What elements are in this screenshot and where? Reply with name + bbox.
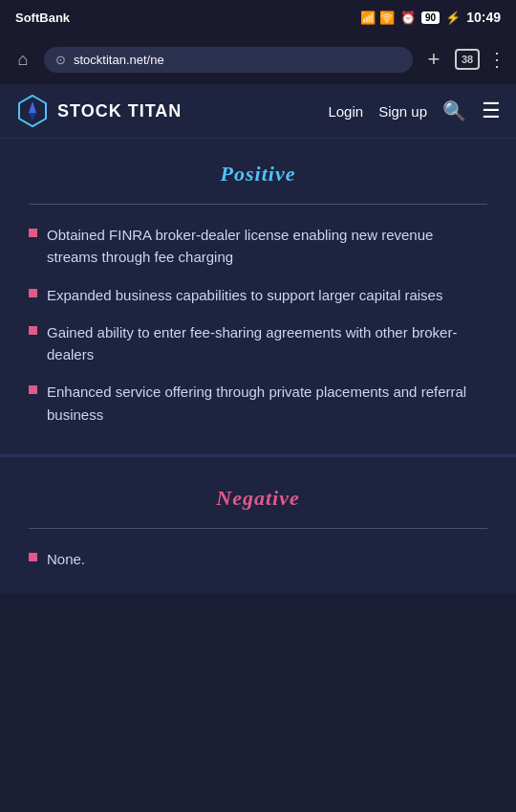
url-text: stocktitan.net/ne: [74, 53, 164, 67]
item-text: Gained ability to enter fee-sharing agre…: [47, 321, 487, 366]
positive-divider: [29, 204, 487, 205]
browser-bar: ⌂ ⊙ stocktitan.net/ne + 38 ⋮: [0, 34, 516, 84]
wifi-icon: 🛜: [379, 11, 395, 25]
list-item: Enhanced service offering through privat…: [29, 381, 487, 426]
signal-icon: 📶: [360, 11, 376, 25]
url-security-icon: ⊙: [55, 53, 66, 67]
site-header: STOCK TITAN Login Sign up 🔍 ☰: [0, 84, 516, 139]
carrier-label: SoftBank: [15, 11, 70, 25]
logo[interactable]: STOCK TITAN: [15, 94, 182, 128]
charging-icon: ⚡: [445, 11, 461, 25]
item-text: Enhanced service offering through privat…: [47, 381, 487, 426]
logo-text: STOCK TITAN: [57, 101, 182, 121]
url-bar[interactable]: ⊙ stocktitan.net/ne: [44, 47, 413, 73]
svg-marker-2: [29, 113, 36, 121]
svg-marker-1: [29, 101, 36, 113]
main-content: Positive Obtained FINRA broker-dealer li…: [0, 139, 516, 593]
item-text: None.: [47, 548, 85, 570]
positive-title: Positive: [29, 162, 487, 187]
list-item: Gained ability to enter fee-sharing agre…: [29, 321, 487, 366]
alarm-icon: ⏰: [400, 11, 416, 25]
bullet-icon: [29, 553, 37, 561]
list-item: Expanded business capabilities to suppor…: [29, 284, 487, 306]
list-item: Obtained FINRA broker-dealer license ena…: [29, 224, 487, 269]
browser-actions: + 38 ⋮: [420, 47, 506, 72]
bullet-icon: [29, 229, 37, 237]
status-icons: 📶 🛜: [360, 11, 395, 25]
hamburger-menu-icon[interactable]: ☰: [482, 99, 501, 123]
negative-title: Negative: [29, 486, 487, 511]
positive-section: Positive Obtained FINRA broker-dealer li…: [0, 139, 516, 457]
list-item: None.: [29, 548, 487, 570]
status-right-icons: 📶 🛜 ⏰ 90 ⚡ 10:49: [360, 10, 501, 25]
nav-login[interactable]: Login: [328, 103, 363, 120]
home-icon: ⌂: [18, 50, 29, 70]
bullet-icon: [29, 385, 37, 394]
logo-icon: [15, 94, 50, 128]
bullet-icon: [29, 289, 37, 297]
positive-list: Obtained FINRA broker-dealer license ena…: [29, 224, 487, 426]
negative-section: Negative None.: [0, 457, 516, 593]
item-text: Obtained FINRA broker-dealer license ena…: [47, 224, 487, 269]
tab-count-button[interactable]: 38: [455, 49, 480, 70]
new-tab-button[interactable]: +: [420, 47, 447, 72]
home-button[interactable]: ⌂: [10, 46, 36, 73]
clock: 10:49: [466, 10, 501, 25]
battery-indicator: 90: [421, 11, 440, 24]
negative-divider: [29, 528, 487, 529]
search-icon[interactable]: 🔍: [442, 99, 466, 122]
item-text: Expanded business capabilities to suppor…: [47, 284, 442, 306]
status-bar: SoftBank 📶 🛜 ⏰ 90 ⚡ 10:49: [0, 0, 516, 34]
browser-menu-button[interactable]: ⋮: [487, 48, 506, 71]
site-nav: Login Sign up 🔍 ☰: [328, 99, 501, 123]
bullet-icon: [29, 326, 37, 335]
negative-list: None.: [29, 548, 487, 570]
nav-signup[interactable]: Sign up: [378, 103, 427, 120]
